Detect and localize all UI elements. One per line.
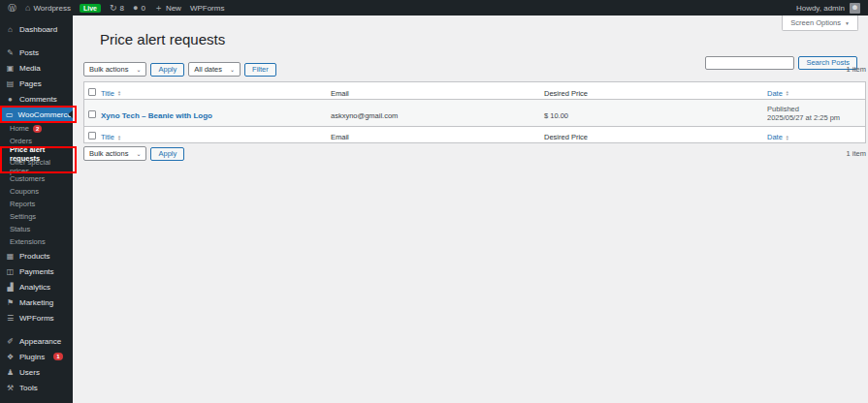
filter-button[interactable]: Filter [244,63,276,77]
column-header-title: Title [101,89,114,98]
subitem-label: Status [10,225,30,233]
bulk-actions-select-bottom[interactable]: Bulk actions ⌄ [83,146,146,161]
marketing-icon: ⚑ [6,298,15,307]
sidebar-item-label: Comments [19,95,57,104]
row-date-value: 2025/05/27 at 2:25 pm [767,113,865,122]
select-all-checkbox-footer[interactable] [88,132,96,140]
row-checkbox[interactable] [88,110,96,118]
row-email: askxyno@gmail.com [331,111,398,120]
bulk-actions-select[interactable]: Bulk actions ⌄ [83,62,146,77]
updates-link[interactable]: ↻ 8 [110,4,124,13]
price-alert-table: Title ▲▼ Email Desired Price Date ▲▼ Xyn… [83,81,866,143]
updates-icon: ↻ [110,4,117,13]
comment-bubble-icon: ● [133,4,138,13]
wpforms-toolbar-link[interactable]: WPForms [190,4,225,13]
sidebar-separator [0,37,73,45]
sidebar-item-label: WooCommerce [18,110,72,119]
plugins-icon: ❖ [6,353,15,361]
sidebar-subitem-offer-special-prices[interactable]: Offer special prices [0,160,73,172]
sidebar-item-comments[interactable]: ● Comments [0,91,73,107]
column-header-email: Email [331,89,349,98]
row-title-link[interactable]: Xyno Tech – Beanie with Logo [101,111,212,120]
tablenav-top: Bulk actions ⌄ Apply All dates ⌄ Filter … [83,62,866,77]
apply-button[interactable]: Apply [150,63,184,77]
payments-icon: ◫ [6,267,15,276]
wpforms-label: WPForms [190,4,225,13]
page-title: Price alert requests [100,31,225,47]
chevron-down-icon: ⌄ [230,66,235,73]
plus-icon: ＋ [154,4,163,13]
select-all-checkbox[interactable] [88,88,96,96]
submenu-arrow-icon [68,110,73,118]
row-desired-price: $ 10.00 [544,111,568,120]
wpforms-icon: ☰ [6,314,15,323]
sidebar-item-label: Posts [19,48,39,57]
wordpress-logo-icon[interactable]: Ⓦ [8,4,16,13]
sidebar-item-plugins[interactable]: ❖ Plugins 1 [0,349,73,364]
subitem-label: Settings [10,212,36,221]
subitem-label: Customers [10,174,45,183]
sidebar-item-tools[interactable]: ⚒ Tools [0,380,73,395]
sidebar-item-products[interactable]: ▦ Products [0,248,73,264]
live-badge[interactable]: Live [80,4,101,13]
sort-arrows-icon: ▲▼ [117,90,121,96]
bulk-actions-label: Bulk actions [89,149,128,158]
column-header-date: Date [767,89,783,98]
main-content: Screen Options ▼ Price alert requests Se… [73,16,868,403]
sidebar-subitem-settings[interactable]: Settings [0,210,73,223]
column-footer-title: Title [101,133,114,141]
avatar[interactable]: ☻ [850,3,860,14]
items-count-bottom: 1 item [847,149,866,158]
subitem-label: Coupons [10,187,39,196]
sidebar-subitem-extensions[interactable]: Extensions [0,235,73,248]
sidebar-item-woocommerce[interactable]: ▭ WooCommerce [0,107,73,122]
sidebar-item-marketing[interactable]: ⚑ Marketing [0,294,73,310]
sidebar-item-payments[interactable]: ◫ Payments [0,264,73,279]
users-icon: ♟ [6,368,15,377]
sidebar-item-label: Products [19,252,50,261]
comments-link[interactable]: ● 0 [133,4,145,13]
sidebar-item-media[interactable]: ▣ Media [0,60,73,76]
chevron-down-icon: ▼ [845,20,850,26]
sidebar-subitem-home[interactable]: Home 2 [0,122,73,135]
new-content-link[interactable]: ＋ New [154,4,181,13]
sidebar-item-pages[interactable]: ▤ Pages [0,76,73,91]
sort-arrows-icon: ▲▼ [117,135,121,140]
date-filter-select[interactable]: All dates ⌄ [188,62,241,77]
sort-by-date-link[interactable]: Date ▲▼ [767,89,789,98]
sidebar-item-wpforms[interactable]: ☰ WPForms [0,310,73,326]
sort-by-date-link-footer[interactable]: Date ▲▼ [767,133,789,141]
sidebar-subitem-reports[interactable]: Reports [0,198,73,210]
sidebar-item-users[interactable]: ♟ Users [0,364,73,380]
subitem-label: Offer special prices [10,158,67,175]
site-name-link[interactable]: ⌂ Wordpress [25,4,71,13]
plugins-count-badge: 1 [53,353,62,360]
products-icon: ▦ [6,252,15,261]
sidebar-item-posts[interactable]: ✎ Posts [0,45,73,60]
home-icon: ⌂ [25,4,30,13]
sort-by-title-link-footer[interactable]: Title ▲▼ [101,133,121,141]
apply-button-bottom[interactable]: Apply [150,147,184,161]
sidebar-item-label: WPForms [19,314,54,323]
sidebar-item-label: Pages [19,79,42,88]
sidebar-item-analytics[interactable]: ▟ Analytics [0,279,73,294]
sidebar-subitem-coupons[interactable]: Coupons [0,185,73,198]
sidebar-item-label: Media [19,64,41,73]
chevron-down-icon: ⌄ [136,150,141,157]
dashboard-icon: ⌂ [6,25,15,34]
screen-options-button[interactable]: Screen Options ▼ [782,16,858,31]
sidebar-item-label: Marketing [19,298,53,307]
sidebar-item-dashboard[interactable]: ⌂ Dashboard [0,21,73,37]
column-footer-email: Email [331,133,349,141]
sidebar-subitem-status[interactable]: Status [0,223,73,235]
posts-icon: ✎ [6,48,15,57]
sort-by-title-link[interactable]: Title ▲▼ [101,89,121,98]
analytics-icon: ▟ [6,283,15,292]
table-header-row: Title ▲▼ Email Desired Price Date ▲▼ [84,82,865,100]
howdy-admin-link[interactable]: Howdy, admin [796,4,845,13]
sidebar-item-label: Analytics [19,283,50,292]
sidebar-item-label: Appearance [19,337,61,346]
home-count-badge: 2 [33,125,42,133]
sidebar-item-appearance[interactable]: ✐ Appearance [0,333,73,349]
chevron-down-icon: ⌄ [136,66,141,73]
